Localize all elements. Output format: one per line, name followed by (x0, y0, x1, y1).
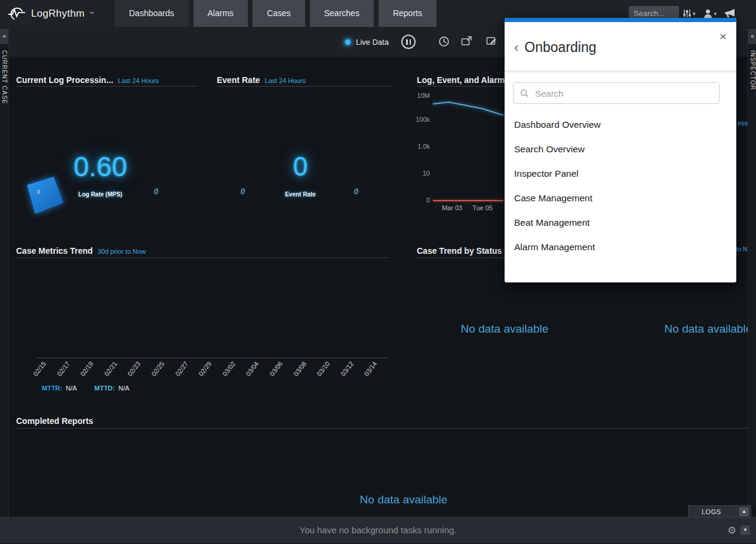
x-tick-label: 02/23 (121, 360, 142, 384)
gear-icon: ⚙ (727, 525, 736, 536)
onboarding-header: ‹ Onboarding (514, 39, 597, 56)
onboarding-item-case-management[interactable]: Case Management (505, 186, 736, 210)
sliders-icon (683, 9, 692, 18)
onboarding-item-search-overview[interactable]: Search Overview (505, 137, 736, 161)
y-axis-tick: 100k (412, 116, 430, 123)
pause-icon (406, 39, 408, 45)
panel-range: Last 24 Hours (118, 77, 159, 84)
time-range-button[interactable] (438, 36, 450, 47)
panel-title: Event Rate (217, 75, 260, 85)
live-data-indicator-icon (345, 39, 351, 45)
onboarding-item-beat-management[interactable]: Beat Management (505, 210, 736, 235)
user-menu-button[interactable]: ▾ (703, 8, 717, 19)
inspector-tab[interactable]: INSPECTOR (749, 50, 756, 90)
panel-header-log-processing: Current Log Processin... Last 24 Hours (16, 75, 159, 85)
megaphone-icon (724, 8, 736, 19)
edit-dashboard-button[interactable] (486, 36, 497, 46)
panel-title: Case Trend by Status (417, 246, 502, 256)
x-tick-label: 02/21 (97, 360, 118, 384)
collapse-status-bar-button[interactable]: ▼ (740, 525, 750, 535)
expand-logs-button[interactable]: ▲ (739, 507, 749, 517)
tab-reports[interactable]: Reports (379, 0, 437, 27)
mttr-metric: MTTR: N/A (42, 385, 77, 392)
onboarding-title: Onboarding (524, 39, 596, 56)
announcements-button[interactable] (724, 8, 736, 19)
onboarding-search-input[interactable] (534, 88, 713, 99)
gauge-min-label: 0 (241, 188, 245, 196)
panel-title: Log, Event, and Alarm (417, 75, 505, 85)
caret-down-icon: ▾ (693, 11, 696, 17)
onboarding-item-inspector-panel[interactable]: Inspector Panel (505, 161, 736, 186)
panel-title: Current Log Processin... (16, 75, 113, 85)
tab-searches[interactable]: Searches (310, 0, 374, 27)
divider (417, 257, 505, 258)
pause-icon (410, 39, 411, 45)
edit-window-icon (486, 36, 497, 46)
up-arrow-icon: ▲ (742, 509, 746, 514)
tab-cases[interactable]: Cases (253, 0, 305, 27)
no-data-message: No data available (453, 322, 556, 336)
x-tick-label: 02/15 (26, 360, 47, 384)
event-rate-value: 0 (247, 152, 354, 182)
tab-dashboards[interactable]: Dashboards (115, 0, 189, 27)
pause-live-data-button[interactable] (401, 35, 416, 49)
gauge-max-label: 0 (354, 188, 358, 196)
logrhythm-mark-icon (7, 6, 26, 21)
current-case-tab[interactable]: CURRENT CASE (1, 50, 8, 105)
divider (16, 86, 197, 87)
down-arrow-icon: ▼ (743, 527, 748, 533)
logo[interactable]: LogRhythm ™ (7, 0, 94, 27)
back-icon[interactable]: ‹ (514, 41, 518, 54)
panel-header-log-event-alarm: Log, Event, and Alarm (417, 75, 505, 85)
log-rate-label: Log Rate (MPS) (59, 191, 142, 198)
close-button[interactable]: × (720, 30, 727, 42)
y-axis-tick: 1.0k (412, 143, 430, 150)
panel-header-completed-reports: Completed Reports (16, 416, 93, 426)
expand-current-case-button[interactable]: » (0, 29, 8, 44)
live-data-label: Live Data (356, 38, 389, 47)
status-bar: You have no background tasks running. ⚙ … (0, 517, 756, 543)
tab-alarms[interactable]: Alarms (193, 0, 248, 27)
mttd-value: N/A (118, 385, 129, 392)
export-window-icon (461, 36, 472, 46)
logo-text: LogRhythm (31, 8, 85, 20)
inspector-drawer: « INSPECTOR (748, 27, 756, 505)
onboarding-item-dashboard-overview[interactable]: Dashboard Overview (505, 112, 736, 137)
x-tick-label: 03/04 (239, 360, 260, 384)
caret-down-icon: ▾ (714, 11, 717, 17)
expand-inspector-button[interactable]: « (748, 29, 756, 44)
popover-accent-bar (505, 18, 736, 22)
x-axis-tick: Tue 05 (469, 204, 496, 211)
logs-panel-tab[interactable]: LOGS ▲ (688, 505, 751, 517)
x-axis-tick: Mar 03 (439, 204, 465, 211)
filter-settings-button[interactable]: ▾ (683, 9, 696, 18)
panel-range: 30d prior to Now (97, 248, 146, 255)
x-tick-label: 03/02 (216, 360, 236, 384)
double-arrow-right-icon: » (2, 33, 6, 39)
x-tick-label: 02/27 (168, 360, 189, 384)
onboarding-popover: ‹ Onboarding × Dashboard Overview Search… (505, 18, 736, 282)
divider (417, 86, 506, 87)
no-data-message: No data available (352, 493, 455, 506)
current-case-drawer: » CURRENT CASE (0, 27, 9, 517)
panel-title: Case Metrics Trend (16, 246, 93, 256)
gauge-min-label: 0 (37, 189, 40, 195)
log-rate-gauge: 0 (26, 177, 63, 214)
x-tick-label: 02/25 (145, 360, 165, 384)
divider (16, 428, 751, 429)
x-tick-label: 02/19 (73, 360, 94, 384)
log-event-alarm-chart (432, 91, 505, 205)
onboarding-topic-list: Dashboard Overview Search Overview Inspe… (505, 112, 736, 259)
user-icon (703, 8, 713, 19)
live-data-status: Live Data (345, 27, 389, 57)
x-tick-label: 03/14 (357, 360, 378, 384)
mttr-label: MTTR: (42, 385, 62, 392)
double-arrow-left-icon: « (751, 33, 754, 39)
truncated-label-fragment: to N (736, 246, 747, 253)
search-icon (520, 88, 529, 98)
gauge-shape (26, 177, 63, 214)
onboarding-item-alarm-management[interactable]: Alarm Management (505, 235, 736, 259)
gauge-max-label: 0 (154, 188, 158, 196)
add-widget-button[interactable] (461, 36, 472, 46)
tasks-settings-button[interactable]: ⚙ (724, 518, 740, 543)
